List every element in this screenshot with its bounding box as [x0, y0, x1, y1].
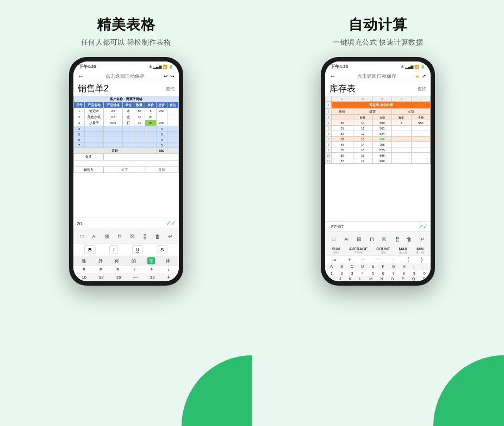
- right-back-arrow[interactable]: ←: [329, 72, 336, 80]
- key-1[interactable]: 1: [331, 271, 333, 275]
- calc-lparen[interactable]: (: [408, 257, 409, 262]
- calc-rparen[interactable]: ): [421, 257, 422, 262]
- valign-middle-icon[interactable]: ÷: [150, 267, 152, 272]
- underline-button[interactable]: U: [132, 245, 144, 254]
- right-spreadsheet: F G H I J 1 库存表-自动计算 2 单价: [325, 96, 431, 164]
- right-section: 自动计算 一键填充公式 快速计算数据 下午4:23 ✻ ▂▄▆ 📶 🔋 ← 点击…: [252, 0, 505, 426]
- key-P[interactable]: P: [402, 277, 405, 281]
- key-K[interactable]: K: [349, 277, 352, 281]
- char-item[interactable]: 的: [130, 257, 137, 264]
- func-max[interactable]: MAX 最大值: [399, 247, 407, 254]
- key-B[interactable]: B: [340, 264, 343, 270]
- key-F[interactable]: F: [382, 264, 384, 270]
- left-formula-check: ✓✓: [166, 220, 176, 227]
- strikethrough-button[interactable]: S: [157, 245, 167, 254]
- key-2[interactable]: 2: [341, 271, 343, 275]
- key-C[interactable]: C: [351, 264, 353, 270]
- align-right-icon[interactable]: ≡: [117, 267, 120, 272]
- calc-dot2[interactable]: …: [392, 257, 396, 262]
- table-row: 60: [73, 137, 178, 143]
- right-find-button[interactable]: 查找: [418, 86, 426, 92]
- key-Q[interactable]: Q: [412, 277, 415, 281]
- table-row: 备注: [73, 154, 178, 160]
- calc-equals[interactable]: =: [333, 257, 336, 262]
- key-N[interactable]: N: [381, 277, 383, 281]
- toolbar-icon-grid[interactable]: ⊞: [101, 231, 113, 241]
- valign-bottom-icon[interactable]: ↓: [167, 267, 169, 272]
- key-M[interactable]: M: [369, 277, 372, 281]
- toolbar-icon-text[interactable]: Aı: [89, 231, 101, 241]
- calc-minus[interactable]: -: [363, 257, 364, 262]
- func-sum[interactable]: SUM 求和: [332, 247, 340, 254]
- key-comma[interactable]: ，: [422, 264, 426, 270]
- key-G[interactable]: G: [392, 264, 395, 270]
- calc-plus[interactable]: +: [348, 257, 351, 262]
- char-item[interactable]: 择: [97, 257, 104, 264]
- key-4[interactable]: 4: [362, 271, 364, 275]
- right-toolbar-check[interactable]: ☒: [378, 234, 390, 244]
- valign-top-icon[interactable]: ↑: [134, 267, 136, 272]
- size-plus[interactable]: +: [167, 274, 171, 280]
- left-redo[interactable]: ↪: [170, 73, 175, 79]
- left-section: 精美表格 任何人都可以 轻松制作表格 下午4:20 ✻ ▂▄▆ 📶 🔋 ← 点击…: [0, 0, 252, 426]
- func-sum-label: SUM: [332, 247, 340, 251]
- key-E[interactable]: E: [372, 264, 375, 270]
- key-0[interactable]: 0: [424, 271, 426, 275]
- right-toolbar-delete[interactable]: 🗑: [403, 234, 415, 244]
- char-item[interactable]: 体: [165, 257, 171, 264]
- right-app-header: ← 点击返回自动保存 ★ ↗: [325, 71, 431, 82]
- key-9[interactable]: 9: [413, 271, 415, 275]
- right-share[interactable]: ↗: [422, 73, 426, 79]
- toolbar-icon-table[interactable]: □: [76, 231, 88, 241]
- key-7[interactable]: 7: [393, 271, 395, 275]
- right-toolbar-grid[interactable]: ⊞: [353, 234, 365, 244]
- left-find-button[interactable]: 查找: [166, 86, 175, 92]
- key-H[interactable]: H: [403, 264, 406, 270]
- func-average[interactable]: AVERAGE 平均值: [349, 247, 368, 254]
- toolbar-icon-col[interactable]: ⊓: [114, 231, 126, 241]
- size-16[interactable]: 16: [116, 275, 121, 280]
- size-10[interactable]: 10: [82, 275, 86, 280]
- bold-button[interactable]: B: [84, 245, 96, 254]
- left-back-arrow[interactable]: ←: [78, 72, 84, 80]
- calc-dot1[interactable]: …: [376, 257, 380, 262]
- right-toolbar-col[interactable]: ⊓: [366, 234, 378, 244]
- right-merged-title-row: 1 库存表-自动计算: [326, 102, 431, 109]
- col-header-spec: 产品规格: [104, 102, 123, 108]
- char-item[interactable]: 选: [80, 257, 87, 264]
- table-row: 2黑色水笔0.3盒1020: [73, 114, 178, 120]
- char-item[interactable]: 你: [114, 257, 120, 264]
- key-D[interactable]: D: [361, 264, 364, 270]
- right-toolbar-table[interactable]: □: [328, 234, 340, 244]
- align-left-icon[interactable]: ≡: [83, 267, 85, 272]
- key-I[interactable]: I: [330, 277, 331, 281]
- toolbar-icon-enter[interactable]: ↵: [164, 231, 176, 241]
- toolbar-icon-delete[interactable]: 🗑: [152, 231, 164, 241]
- toolbar-icon-check[interactable]: ☒: [126, 231, 138, 241]
- right-toolbar-enter[interactable]: ↵: [416, 234, 428, 244]
- func-min[interactable]: MIN 最小值: [416, 247, 424, 254]
- key-R[interactable]: R: [423, 277, 426, 281]
- key-colon[interactable]: :: [413, 264, 414, 270]
- right-col-header-row: F G H I J: [326, 96, 431, 102]
- key-L[interactable]: L: [359, 277, 362, 281]
- align-center-icon[interactable]: ≡: [99, 267, 102, 272]
- key-O[interactable]: O: [391, 277, 394, 281]
- right-title: 自动计算: [349, 15, 407, 34]
- size-12[interactable]: 12: [99, 275, 104, 280]
- right-star[interactable]: ★: [415, 73, 420, 79]
- left-undo[interactable]: ↩: [164, 73, 168, 79]
- right-letter-row1: A B C D E F G H : ，: [325, 263, 431, 270]
- key-J[interactable]: J: [339, 277, 341, 281]
- key-8[interactable]: 8: [403, 271, 405, 275]
- key-A[interactable]: A: [330, 264, 333, 270]
- right-toolbar-more[interactable]: ⣿: [391, 234, 403, 244]
- italic-button[interactable]: I: [109, 245, 119, 254]
- toolbar-icon-more[interactable]: ⣿: [139, 231, 151, 241]
- key-5[interactable]: 5: [372, 271, 374, 275]
- func-count[interactable]: COUNT 计数: [376, 247, 390, 254]
- right-toolbar-text[interactable]: Aı: [340, 234, 352, 244]
- char-item-highlight[interactable]: 字: [147, 257, 155, 264]
- key-3[interactable]: 3: [351, 271, 353, 275]
- key-6[interactable]: 6: [382, 271, 384, 275]
